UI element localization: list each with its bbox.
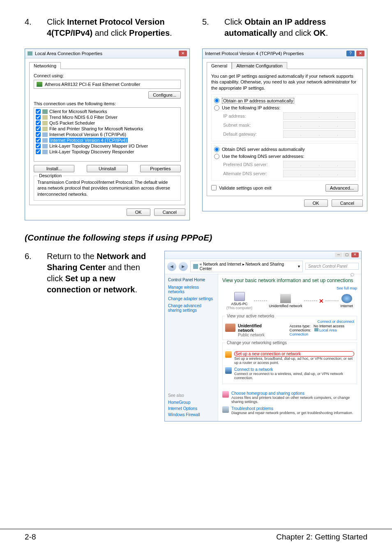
uninstall-button[interactable]: Uninstall	[87, 165, 127, 172]
list-item[interactable]: Link-Layer Topology Discovery Responder	[34, 149, 180, 155]
windows-firewall-link[interactable]: Windows Firewall	[168, 412, 214, 418]
node-label: Unidentified network	[269, 304, 302, 308]
homegroup-sharing-link[interactable]: Choose homegroup and sharing options Acc…	[222, 390, 357, 405]
validate-checkbox-row[interactable]: Validate settings upon exit	[211, 184, 272, 191]
alt-dns-field: Alternate DNS server:...	[214, 169, 355, 178]
tab-general[interactable]: General	[207, 62, 232, 69]
radio[interactable]	[214, 147, 219, 152]
minimize-icon[interactable]: ─	[335, 252, 342, 257]
setup-new-connection-link[interactable]: Set up a new connection or network Set u…	[225, 350, 354, 366]
see-also-sidebar: See also HomeGroup Internet Options Wind…	[165, 390, 218, 421]
checkbox[interactable]	[211, 185, 217, 190]
connect-network-link[interactable]: Connect to a network Connect or reconnec…	[225, 366, 354, 381]
ip-address-field: IP address:...	[214, 111, 355, 120]
item-label: QoS Packet Scheduler	[49, 120, 95, 125]
close-icon[interactable]: ✕	[179, 51, 187, 56]
checkbox[interactable]	[36, 149, 41, 154]
change-sharing-link[interactable]: Change advanced sharing settings	[168, 302, 214, 314]
close-icon[interactable]: ✕	[356, 51, 364, 56]
link-description: Diagnose and repair network problems, or…	[231, 411, 353, 415]
forward-button[interactable]: ►	[179, 262, 188, 271]
manage-wireless-link[interactable]: Manage wireless networks	[168, 284, 214, 295]
field-label: Preferred DNS server:	[223, 162, 281, 167]
item-label: Trend Micro NDIS 6.0 Filter Driver	[49, 115, 118, 120]
search-input[interactable]: Search Control Panel	[305, 263, 359, 270]
list-item[interactable]: Internet Protocol Version 6 (TCP/IPv6)	[34, 132, 180, 137]
control-panel-home-link[interactable]: Control Panel Home	[168, 278, 214, 282]
connection-items-list[interactable]: Client for Microsoft Networks Trend Micr…	[34, 107, 181, 162]
step-6: 6. Return to the Network and Sharing Cen…	[25, 251, 156, 295]
configure-button[interactable]: Configure...	[148, 91, 181, 99]
chapter-title: Chapter 2: Getting Started	[276, 533, 367, 542]
item-label: File and Printer Sharing for Microsoft N…	[49, 126, 143, 131]
bench-icon	[225, 324, 235, 332]
ok-button[interactable]: OK	[127, 208, 150, 216]
connection-line	[304, 301, 317, 301]
list-item[interactable]: File and Printer Sharing for Microsoft N…	[34, 126, 180, 132]
step-text: Click Obtain an IP address automatically…	[224, 16, 367, 39]
checkbox[interactable]	[36, 109, 41, 114]
cancel-button[interactable]: Cancel	[332, 199, 363, 207]
internet-options-link[interactable]: Internet Options	[168, 405, 214, 412]
homegroup-link[interactable]: HomeGroup	[168, 399, 214, 405]
change-adapter-link[interactable]: Change adapter settings	[168, 295, 214, 302]
adapter-name: Atheros AR8132 PCI-E Fast Ethernet Contr…	[45, 82, 140, 87]
radio[interactable]	[214, 105, 219, 111]
checkbox[interactable]	[36, 126, 41, 131]
dialog-titlebar: Local Area Connection Properties ✕	[25, 49, 189, 58]
text: .	[135, 285, 137, 294]
radio-obtain-ip-auto[interactable]: Obtain an IP address automatically	[214, 97, 355, 104]
tab-alternate[interactable]: Alternate Configuration	[232, 62, 287, 69]
advanced-button[interactable]: Advanced...	[325, 184, 358, 192]
install-button[interactable]: Install...	[34, 165, 74, 172]
dialog-title: Local Area Connection Properties	[35, 51, 102, 56]
properties-button[interactable]: Properties	[140, 165, 181, 172]
address-bar-row: ◄ ► « Network and Internet ▸ Network and…	[165, 259, 361, 274]
radio-obtain-dns-auto[interactable]: Obtain DNS server address automatically	[214, 146, 355, 153]
connection-icon	[314, 328, 318, 331]
active-networks-group: View your active networks Connect or dis…	[222, 316, 357, 340]
troubleshoot-link[interactable]: Troubleshoot problems Diagnose and repai…	[222, 405, 357, 416]
checkbox[interactable]	[36, 132, 41, 137]
wizard-icon	[225, 351, 232, 358]
see-also-label: See also	[168, 393, 214, 398]
checkbox[interactable]	[36, 115, 41, 120]
list-item[interactable]: Link-Layer Topology Discovery Mapper I/O…	[34, 143, 180, 149]
access-type-label: Access type:	[289, 324, 310, 328]
list-item-selected[interactable]: Internet Protocol Version 4 (TCP/IPv4)	[34, 137, 180, 143]
node-label: Internet	[340, 304, 353, 308]
change-settings-group: Change your networking settings Set up a…	[222, 343, 357, 384]
network-map: ASUS-PC(This computer) Unidentified netw…	[222, 290, 357, 313]
radio-use-ip[interactable]: Use the following IP address:	[214, 104, 355, 111]
cancel-button[interactable]: Cancel	[154, 208, 185, 216]
list-item[interactable]: QoS Packet Scheduler	[34, 120, 180, 126]
radio-use-dns[interactable]: Use the following DNS server addresses:	[214, 153, 355, 160]
close-icon[interactable]: ✕	[351, 252, 359, 257]
nic-icon	[37, 82, 42, 87]
maximize-icon[interactable]: ▢	[343, 252, 350, 257]
help-icon[interactable]: ?	[346, 51, 355, 56]
checkbox[interactable]	[36, 120, 41, 125]
description-label: Description	[37, 173, 63, 178]
bold-text: Properties	[129, 28, 170, 37]
client-icon	[42, 109, 48, 114]
radio[interactable]	[214, 98, 219, 103]
back-button[interactable]: ◄	[167, 262, 176, 271]
breadcrumb[interactable]: « Network and Internet ▸ Network and Sha…	[190, 261, 303, 272]
see-full-map-link[interactable]: See full map	[337, 286, 357, 290]
radio[interactable]	[214, 154, 219, 159]
connect-disconnect-link[interactable]: Connect or disconnect	[317, 320, 354, 324]
checkbox[interactable]	[36, 144, 41, 148]
tab-networking[interactable]: Networking	[29, 62, 61, 69]
link-title: Set up a new connection or network	[234, 351, 354, 357]
ok-button[interactable]: OK	[304, 199, 328, 207]
list-item[interactable]: Trend Micro NDIS 6.0 Filter Driver	[34, 114, 180, 120]
network-sharing-center-window: ─ ▢ ✕ ◄ ► « Network and Internet ▸ Netwo…	[164, 251, 362, 421]
list-item[interactable]: Client for Microsoft Networks	[34, 109, 180, 114]
field-label: Subnet mask:	[223, 123, 281, 127]
checkbox[interactable]	[36, 138, 41, 143]
main-heading: View your basic network information and …	[222, 278, 357, 283]
items-label: This connection uses the following items…	[34, 101, 181, 106]
field-label: IP address:	[223, 113, 281, 118]
connect-icon	[225, 367, 232, 374]
